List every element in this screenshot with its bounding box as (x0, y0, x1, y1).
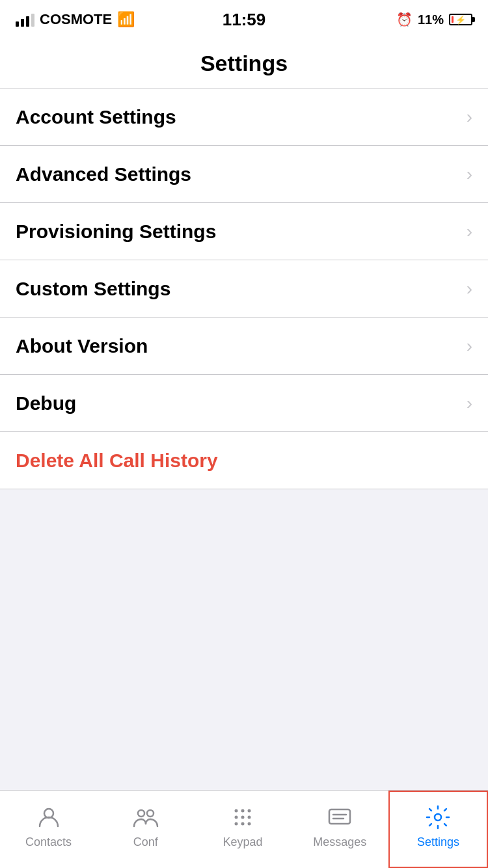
tab-messages-label: Messages (313, 835, 366, 849)
page-title-bar: Settings (0, 39, 488, 88)
battery-percent: 11% (418, 12, 444, 27)
settings-item-account-label: Account Settings (16, 106, 176, 128)
conf-icon (131, 803, 160, 832)
settings-item-debug[interactable]: Debug › (0, 375, 488, 432)
tab-conf[interactable]: Conf (97, 791, 194, 868)
tab-contacts-label: Contacts (25, 835, 72, 849)
settings-item-advanced-label: Advanced Settings (16, 163, 191, 185)
svg-point-1 (138, 810, 144, 817)
chevron-right-icon: › (467, 336, 472, 357)
svg-point-2 (147, 810, 154, 817)
settings-item-advanced[interactable]: Advanced Settings › (0, 146, 488, 203)
tab-keypad-label: Keypad (223, 835, 262, 849)
chevron-right-icon: › (467, 221, 472, 242)
settings-item-about-label: About Version (16, 335, 148, 357)
svg-point-9 (235, 822, 238, 826)
tab-settings-label: Settings (417, 835, 459, 849)
svg-rect-12 (329, 809, 350, 824)
svg-point-11 (248, 822, 251, 826)
settings-item-provisioning-label: Provisioning Settings (16, 221, 216, 243)
status-bar-left: COSMOTE 📶 (16, 11, 135, 28)
settings-list: Account Settings › Advanced Settings › P… (0, 88, 488, 489)
delete-call-history-button[interactable]: Delete All Call History (0, 432, 488, 489)
keypad-icon (228, 803, 257, 832)
gray-spacer (0, 489, 488, 790)
chevron-right-icon: › (467, 107, 472, 128)
settings-item-about[interactable]: About Version › (0, 318, 488, 375)
tab-settings[interactable]: Settings (388, 791, 488, 868)
status-bar: COSMOTE 📶 11:59 ⏰ 11% ⚡ (0, 0, 488, 39)
svg-point-4 (241, 809, 245, 813)
carrier-name: COSMOTE (40, 11, 112, 28)
chevron-right-icon: › (467, 164, 472, 185)
svg-point-10 (241, 822, 245, 826)
battery-lightning-icon: ⚡ (455, 15, 466, 25)
svg-point-15 (435, 814, 441, 821)
svg-point-8 (248, 816, 251, 819)
settings-item-debug-label: Debug (16, 392, 76, 414)
settings-item-provisioning[interactable]: Provisioning Settings › (0, 203, 488, 260)
status-bar-right: ⏰ 11% ⚡ (396, 12, 472, 27)
page-title: Settings (200, 51, 288, 75)
main-content: Settings Account Settings › Advanced Set… (0, 39, 488, 790)
tab-contacts[interactable]: Contacts (0, 791, 97, 868)
signal-bars-icon (16, 12, 34, 27)
delete-call-history-label: Delete All Call History (16, 450, 218, 472)
svg-point-7 (241, 816, 245, 819)
alarm-icon: ⏰ (396, 12, 413, 27)
tab-conf-label: Conf (133, 835, 158, 849)
contacts-icon (34, 803, 63, 832)
battery-icon: ⚡ (449, 14, 472, 25)
settings-item-custom-label: Custom Settings (16, 278, 170, 300)
tab-keypad[interactable]: Keypad (194, 791, 291, 868)
wifi-icon: 📶 (117, 11, 135, 28)
settings-tab-icon (424, 803, 452, 832)
chevron-right-icon: › (467, 393, 472, 414)
status-bar-time: 11:59 (223, 10, 266, 30)
svg-point-6 (235, 816, 238, 819)
chevron-right-icon: › (467, 278, 472, 299)
tab-bar: Contacts Conf (0, 790, 488, 868)
tab-messages[interactable]: Messages (291, 791, 388, 868)
settings-item-custom[interactable]: Custom Settings › (0, 260, 488, 318)
svg-point-5 (248, 809, 251, 813)
settings-item-account[interactable]: Account Settings › (0, 88, 488, 146)
messages-icon (325, 803, 354, 832)
svg-point-3 (235, 809, 238, 813)
